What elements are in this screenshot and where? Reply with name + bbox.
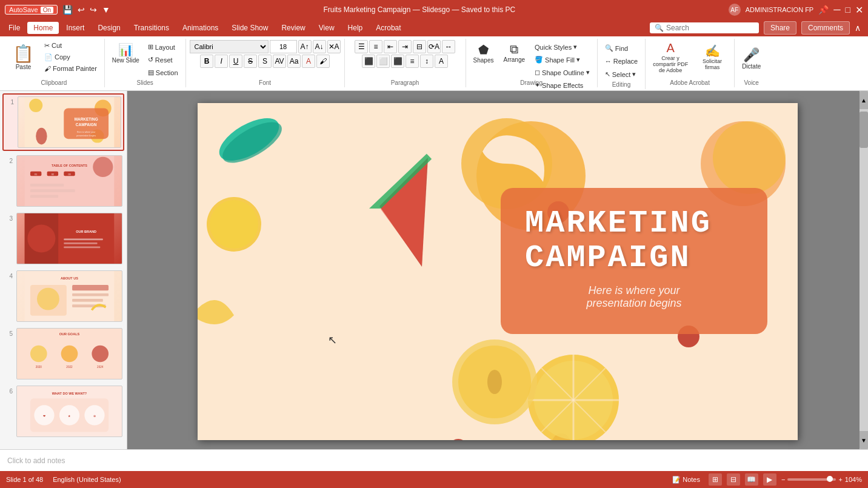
format-painter-button[interactable]: 🖌 Format Painter: [41, 63, 101, 74]
change-case-button[interactable]: Aa: [287, 55, 301, 68]
request-signatures-button[interactable]: ✍ Solicitar firmas: [694, 41, 730, 73]
menu-review[interactable]: Review: [275, 22, 311, 34]
bullets-button[interactable]: ☰: [355, 40, 368, 53]
menu-slideshow[interactable]: Slide Show: [225, 22, 274, 34]
minimize-btn[interactable]: ─: [833, 4, 840, 15]
comments-button[interactable]: Comments: [801, 21, 850, 35]
slide-thumb-2[interactable]: 2 TABLE OF CONTENTS 01 02 03: [2, 153, 124, 209]
font-grow-button[interactable]: A↑: [298, 40, 312, 53]
slide-thumb-6[interactable]: 6 WHAT DO WE WANT? ❤ ★ ⊕: [2, 384, 124, 439]
menu-help[interactable]: Help: [342, 22, 369, 34]
font-color-button[interactable]: A: [302, 55, 315, 68]
menu-animations[interactable]: Animations: [176, 22, 224, 34]
line-spacing-button[interactable]: ↕: [420, 55, 433, 68]
underline-button[interactable]: U: [229, 55, 242, 68]
new-slide-button[interactable]: 📊 New Slide: [109, 40, 143, 66]
slideshow-button[interactable]: ▶: [763, 473, 776, 486]
save-icon[interactable]: 💾: [62, 5, 73, 15]
align-center-button[interactable]: ⬜: [376, 55, 390, 68]
ribbon-icon[interactable]: 📌: [818, 5, 829, 15]
ribbon-group-drawing: ⬟ Shapes ⧉ Arrange Quick Styles ▾ 🪣 Shap…: [466, 39, 598, 87]
select-button[interactable]: ↖ Select ▾: [601, 69, 640, 80]
zoom-out-icon[interactable]: −: [781, 476, 785, 483]
increase-indent-button[interactable]: ⇥: [398, 40, 412, 53]
maximize-btn[interactable]: □: [846, 5, 850, 15]
slide-canvas[interactable]: MARKETING CAMPAIGN Here is where yourpre…: [198, 103, 798, 440]
columns-button[interactable]: ⊟: [413, 40, 426, 53]
autosave-toggle[interactable]: On: [41, 7, 53, 13]
highlight-button[interactable]: 🖌: [316, 55, 330, 68]
scroll-thumb[interactable]: [860, 112, 868, 148]
strikethrough-button[interactable]: S: [244, 55, 257, 68]
font-shrink-button[interactable]: A↓: [313, 40, 326, 53]
vertical-scrollbar[interactable]: ▲ ▼: [860, 91, 868, 449]
menu-home[interactable]: Home: [27, 22, 59, 34]
char-spacing-button[interactable]: AV: [273, 55, 286, 68]
justify-button[interactable]: ≡: [406, 55, 419, 68]
ribbon-group-adobe: A Crear y compartir PDF de Adobe ✍ Solic…: [646, 39, 735, 87]
menu-file[interactable]: File: [2, 22, 26, 34]
align-left-button[interactable]: ⬛: [362, 55, 375, 68]
menu-design[interactable]: Design: [92, 22, 126, 34]
customize-icon[interactable]: ▼: [102, 5, 110, 15]
normal-view-button[interactable]: ⊞: [709, 473, 722, 486]
text-shadow-button[interactable]: A: [435, 55, 448, 68]
title-box[interactable]: MARKETING CAMPAIGN Here is where yourpre…: [501, 188, 767, 334]
slide-title-line1: MARKETING: [525, 206, 743, 241]
slide-thumbnail-svg-3: OUR BRAND: [17, 213, 122, 264]
replace-button[interactable]: ↔ Replace: [601, 56, 641, 67]
search-input[interactable]: [666, 24, 754, 32]
reading-view-button[interactable]: 📖: [745, 473, 758, 486]
slide-thumb-4[interactable]: 4 ABOUT US: [2, 269, 124, 324]
reset-button[interactable]: ↺ Reset: [144, 54, 182, 65]
zoom-in-icon[interactable]: +: [838, 476, 842, 483]
slide-thumb-1[interactable]: 1 MARKETING CAMPAIGN Here is where your …: [2, 93, 124, 151]
zoom-slider[interactable]: [787, 478, 836, 481]
shape-outline-button[interactable]: ◻ Shape Outline ▾: [531, 67, 593, 78]
text-direction-button[interactable]: ⟳A: [427, 40, 441, 53]
undo-icon[interactable]: ↩: [78, 5, 85, 15]
slide-thumb-3[interactable]: 3 OUR BRAND: [2, 211, 124, 266]
arrange-button[interactable]: ⧉ Arrange: [499, 40, 529, 65]
find-button[interactable]: 🔍 Find: [601, 42, 632, 54]
shapes-button[interactable]: ⬟ Shapes: [470, 40, 498, 66]
autosave-badge[interactable]: AutoSave On: [5, 5, 58, 15]
search-icon: 🔍: [655, 24, 664, 32]
shape-outline-icon: ◻: [535, 69, 540, 76]
font-label: Font: [259, 79, 271, 87]
section-button[interactable]: ▤ Section: [144, 67, 182, 78]
quick-styles-button[interactable]: Quick Styles ▾: [531, 41, 593, 53]
copy-button[interactable]: 📄 Copy: [41, 52, 101, 63]
bold-button[interactable]: B: [200, 55, 213, 68]
slide-thumb-5[interactable]: 5 OUR GOALS 2020 2022 2024: [2, 326, 124, 381]
expand-icon[interactable]: ∧: [855, 23, 861, 33]
share-button[interactable]: Share: [764, 21, 796, 35]
close-btn[interactable]: ✕: [855, 4, 863, 16]
redo-icon[interactable]: ↪: [90, 5, 97, 15]
menu-view[interactable]: View: [313, 22, 341, 34]
dictate-button[interactable]: 🎤 Dictate: [738, 45, 764, 72]
user-avatar[interactable]: AF: [729, 4, 741, 16]
menu-transitions[interactable]: Transitions: [128, 22, 175, 34]
paste-button[interactable]: 📋 Paste: [7, 40, 39, 74]
decrease-indent-button[interactable]: ⇤: [384, 40, 397, 53]
font-size-input[interactable]: [270, 40, 297, 53]
clear-format-button[interactable]: ✕A: [327, 40, 341, 53]
svg-point-1: [29, 99, 42, 112]
slide-sorter-button[interactable]: ⊟: [727, 473, 740, 486]
notes-toggle-button[interactable]: 📝 Notes: [669, 474, 704, 486]
create-pdf-button[interactable]: A Crear y compartir PDF de Adobe: [649, 39, 692, 76]
italic-button[interactable]: I: [215, 55, 228, 68]
menu-acrobat[interactable]: Acrobat: [370, 22, 407, 34]
notes-placeholder[interactable]: Click to add notes: [7, 456, 65, 465]
shadow-button[interactable]: S: [258, 55, 272, 68]
align-right-button[interactable]: ⬛: [391, 55, 404, 68]
font-name-selector[interactable]: Calibri: [190, 40, 269, 53]
menu-insert[interactable]: Insert: [60, 22, 90, 34]
convert-to-smartart-button[interactable]: ↔: [442, 40, 455, 53]
shape-fill-button[interactable]: 🪣 Shape Fill ▾: [531, 54, 593, 65]
layout-button[interactable]: ⊞ Layout: [144, 41, 182, 53]
numbering-button[interactable]: ≡: [369, 40, 382, 53]
cut-button[interactable]: ✂ Cut: [41, 40, 101, 52]
search-box[interactable]: 🔍: [650, 22, 759, 33]
